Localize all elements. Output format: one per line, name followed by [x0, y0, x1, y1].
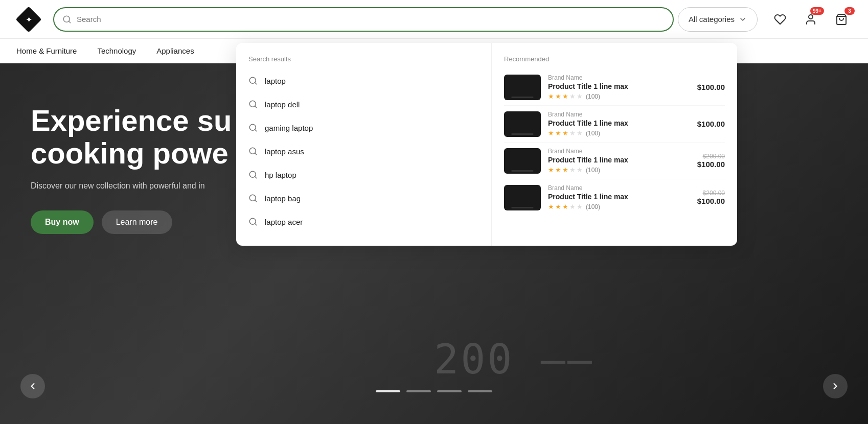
star-2: ★: [555, 203, 561, 210]
product-thumbnail-0: [504, 75, 541, 100]
svg-point-2: [809, 15, 813, 19]
star-5: ★: [577, 129, 583, 137]
product-info-3: Brand Name Product Title 1 line max ★ ★ …: [548, 184, 690, 210]
hero-next-button[interactable]: [823, 374, 848, 398]
product-thumbnail-1: [504, 111, 541, 137]
product-thumbnail-2: [504, 148, 541, 174]
search-result-icon-6: [248, 217, 258, 226]
price-current-3: $100.00: [697, 197, 725, 205]
svg-line-7: [255, 106, 256, 107]
svg-line-17: [255, 223, 256, 225]
search-box: [53, 7, 674, 32]
account-button[interactable]: 99+: [801, 9, 821, 30]
star-1: ★: [548, 92, 554, 100]
svg-line-13: [255, 176, 256, 178]
cart-badge: 3: [844, 7, 855, 15]
user-icon: [805, 13, 817, 26]
logo-diamond: [16, 6, 42, 32]
search-result-gaming-laptop[interactable]: gaming laptop: [236, 116, 491, 139]
nav-item-technology[interactable]: Technology: [97, 46, 136, 55]
star-5: ★: [577, 166, 583, 174]
product-title-0: Product Title 1 line max: [548, 82, 690, 90]
review-count-2: (100): [586, 167, 600, 174]
search-result-laptop-dell[interactable]: laptop dell: [236, 92, 491, 116]
category-dropdown-button[interactable]: All categories: [678, 7, 758, 32]
star-4: ★: [569, 92, 576, 100]
search-result-text-1: laptop dell: [265, 100, 300, 109]
hero-prev-button[interactable]: [20, 374, 45, 398]
star-3: ★: [562, 166, 568, 174]
product-price-1: $100.00: [697, 120, 725, 128]
search-result-icon-2: [248, 123, 258, 132]
search-result-text-5: laptop bag: [265, 194, 301, 203]
search-result-text-2: gaming laptop: [265, 124, 313, 132]
buy-now-button[interactable]: Buy now: [31, 210, 94, 234]
search-result-laptop-bag[interactable]: laptop bag: [236, 186, 491, 210]
product-stars-3: ★ ★ ★ ★ ★ (100): [548, 203, 690, 210]
heart-icon: [774, 13, 786, 26]
search-result-laptop-acer[interactable]: laptop acer: [236, 210, 491, 233]
search-result-text-3: laptop asus: [265, 147, 304, 156]
product-stars-2: ★ ★ ★ ★ ★ (100): [548, 166, 690, 174]
search-result-icon-3: [248, 147, 258, 156]
hero-buttons: Buy now Learn more: [31, 210, 266, 234]
hero-dot-3[interactable]: [437, 390, 462, 392]
hero-dot-2[interactable]: [406, 390, 431, 392]
product-price-0: $100.00: [697, 83, 725, 91]
product-stars-0: ★ ★ ★ ★ ★ (100): [548, 92, 690, 100]
header-icons: 99+ 3: [770, 9, 852, 30]
svg-line-11: [255, 153, 256, 154]
search-result-laptop[interactable]: laptop: [236, 69, 491, 92]
price-current-0: $100.00: [697, 83, 725, 91]
svg-line-15: [255, 200, 256, 201]
review-count-0: (100): [586, 93, 600, 100]
search-result-hp-laptop[interactable]: hp laptop: [236, 163, 491, 186]
search-input[interactable]: [77, 15, 665, 23]
product-item-2[interactable]: Brand Name Product Title 1 line max ★ ★ …: [504, 143, 725, 179]
product-info-1: Brand Name Product Title 1 line max ★ ★ …: [548, 111, 690, 137]
star-1: ★: [548, 166, 554, 174]
search-result-icon-5: [248, 194, 258, 203]
product-brand-1: Brand Name: [548, 111, 690, 118]
search-result-text-0: laptop: [265, 77, 286, 85]
search-result-icon-4: [248, 170, 258, 179]
product-item-0[interactable]: Brand Name Product Title 1 line max ★ ★ …: [504, 69, 725, 106]
svg-line-1: [68, 21, 70, 22]
wishlist-button[interactable]: [770, 9, 790, 30]
nav-item-home-furniture[interactable]: Home & Furniture: [16, 46, 77, 55]
header: All categories 99+ 3: [0, 0, 868, 39]
recommended-title: Recommended: [504, 55, 725, 63]
hero-dot-1[interactable]: [376, 390, 400, 392]
product-info-2: Brand Name Product Title 1 line max ★ ★ …: [548, 148, 690, 174]
hero-dot-4[interactable]: [468, 390, 492, 392]
logo[interactable]: [16, 7, 41, 32]
search-results-panel: Search results laptop laptop dell gaming…: [236, 43, 492, 246]
recommended-panel: Recommended Brand Name Product Title 1 l…: [492, 43, 737, 246]
product-brand-0: Brand Name: [548, 74, 690, 81]
product-info-0: Brand Name Product Title 1 line max ★ ★ …: [548, 74, 690, 100]
search-results-title: Search results: [236, 55, 491, 69]
product-item-3[interactable]: Brand Name Product Title 1 line max ★ ★ …: [504, 179, 725, 216]
chevron-down-icon: [739, 15, 747, 23]
cart-button[interactable]: 3: [831, 9, 852, 30]
price-current-1: $100.00: [697, 120, 725, 128]
product-title-2: Product Title 1 line max: [548, 156, 690, 164]
product-price-2: $200.00 $100.00: [697, 153, 725, 169]
arrow-left-icon: [28, 381, 38, 391]
price-original-3: $200.00: [697, 190, 725, 197]
search-result-icon-1: [248, 100, 258, 109]
nav-item-appliances[interactable]: Appliances: [156, 46, 194, 55]
product-thumbnail-3: [504, 185, 541, 210]
product-item-1[interactable]: Brand Name Product Title 1 line max ★ ★ …: [504, 106, 725, 143]
star-5: ★: [577, 92, 583, 100]
review-count-1: (100): [586, 130, 600, 137]
hero-subtitle: Discover our new collection with powerfu…: [31, 180, 266, 192]
star-2: ★: [555, 129, 561, 137]
search-result-text-6: laptop acer: [265, 218, 303, 226]
star-2: ★: [555, 92, 561, 100]
product-price-3: $200.00 $100.00: [697, 190, 725, 205]
learn-more-button[interactable]: Learn more: [102, 210, 172, 234]
review-count-3: (100): [586, 203, 600, 210]
search-result-laptop-asus[interactable]: laptop asus: [236, 139, 491, 163]
search-result-text-4: hp laptop: [265, 171, 296, 179]
